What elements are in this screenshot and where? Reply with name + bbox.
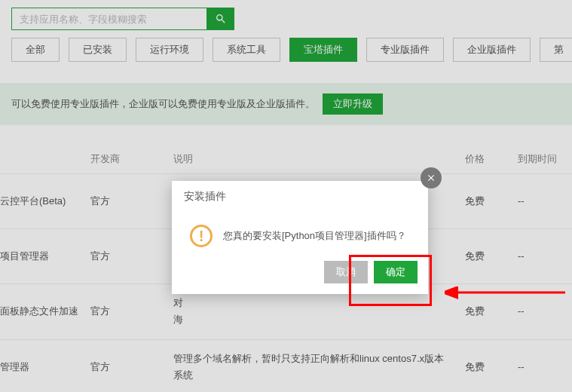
tab-bar: 全部 已安装 运行环境 系统工具 宝塔插件 专业版插件 企业版插件 第 <box>11 38 561 62</box>
warning-icon: ! <box>190 225 213 247</box>
search-input[interactable] <box>11 8 207 30</box>
col-name <box>0 145 84 174</box>
cancel-button[interactable]: 取消 <box>324 261 368 283</box>
ok-button[interactable]: 确定 <box>374 261 418 283</box>
close-icon <box>426 173 436 183</box>
modal-title: 安装插件 <box>172 181 428 213</box>
tab-all[interactable]: 全部 <box>11 38 60 62</box>
tab-installed[interactable]: 已安装 <box>69 38 127 62</box>
upgrade-button[interactable]: 立即升级 <box>323 93 383 115</box>
tab-more[interactable]: 第 <box>540 38 572 62</box>
col-vendor: 开发商 <box>84 145 167 174</box>
tab-runtime[interactable]: 运行环境 <box>136 38 203 62</box>
table-row[interactable]: 管理器 官方 管理多个域名解析，暂时只支持正向解析和linux centos7.… <box>0 339 572 392</box>
search-icon <box>215 13 227 25</box>
install-modal: 安装插件 ! 您真的要安装[Python项目管理器]插件吗？ 取消 确定 <box>172 181 428 294</box>
promo-banner: 可以免费使用专业版插件，企业版可以免费使用专业版及企业版插件。 立即升级 <box>0 83 572 125</box>
col-price: 价格 <box>459 145 512 174</box>
col-desc: 说明 <box>167 145 459 174</box>
tab-pro-plugin[interactable]: 专业版插件 <box>366 38 444 62</box>
close-button[interactable] <box>421 167 442 188</box>
search-button[interactable] <box>207 8 234 30</box>
tab-bt-plugin[interactable]: 宝塔插件 <box>289 38 357 62</box>
tab-ent-plugin[interactable]: 企业版插件 <box>453 38 531 62</box>
banner-text: 可以免费使用专业版插件，企业版可以免费使用专业版及企业版插件。 <box>11 97 315 111</box>
modal-message: 您真的要安装[Python项目管理器]插件吗？ <box>223 229 406 243</box>
col-expire: 到期时间 <box>512 145 572 174</box>
tab-systools[interactable]: 系统工具 <box>213 38 280 62</box>
